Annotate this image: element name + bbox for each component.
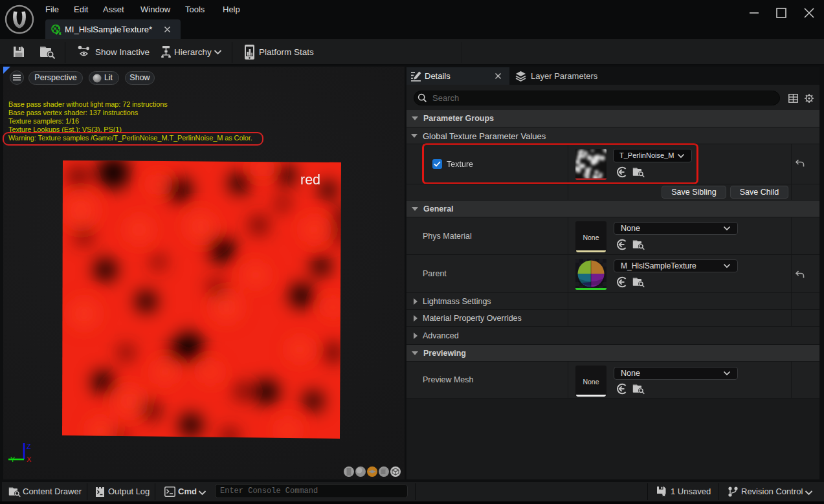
svg-text:X: X — [27, 455, 32, 463]
svg-text:Z: Z — [27, 443, 31, 450]
svg-text:Y: Y — [10, 455, 16, 463]
